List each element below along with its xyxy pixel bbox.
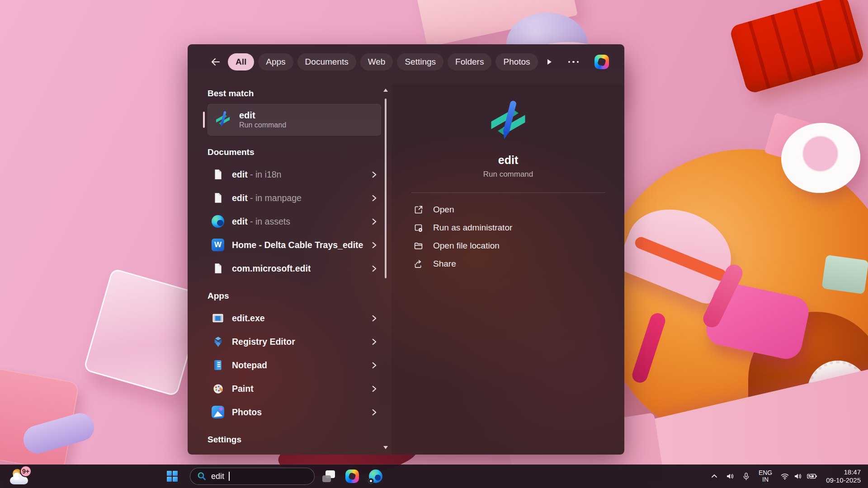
executable-icon xyxy=(211,311,225,325)
tab-web[interactable]: Web xyxy=(360,53,393,70)
search-flyout: All Apps Documents Web Settings Folders … xyxy=(188,44,624,455)
chevron-right-icon[interactable] xyxy=(371,218,377,225)
options-menu-button[interactable] xyxy=(568,61,579,63)
action-share[interactable]: Share xyxy=(411,255,605,273)
list-item[interactable]: Paint xyxy=(208,377,381,400)
result-primary: Paint xyxy=(232,384,254,394)
list-item[interactable]: edit.exe xyxy=(208,306,381,330)
chevron-right-icon[interactable] xyxy=(371,171,377,178)
result-secondary: - in manpage xyxy=(248,193,302,203)
list-item[interactable]: Edit power plan xyxy=(208,450,381,455)
speaker-icon xyxy=(726,472,735,481)
chevron-right-icon[interactable] xyxy=(371,338,377,345)
language-line1: ENG xyxy=(759,469,772,476)
decor-mint-cube xyxy=(821,255,868,294)
back-button[interactable] xyxy=(208,54,224,70)
list-item[interactable]: edit - in assets xyxy=(208,210,381,233)
scrollbar[interactable] xyxy=(383,89,388,449)
chevron-right-icon[interactable] xyxy=(371,242,377,249)
list-item[interactable]: com.microsoft.edit xyxy=(208,257,381,280)
list-item[interactable]: edit - in i18n xyxy=(208,163,381,186)
copilot-icon[interactable] xyxy=(594,55,609,69)
chevron-right-icon[interactable] xyxy=(371,315,377,322)
task-view-icon xyxy=(322,470,335,482)
list-item[interactable]: Notepad xyxy=(208,353,381,377)
tab-photos[interactable]: Photos xyxy=(495,53,538,70)
action-label: Open xyxy=(433,205,454,215)
copilot-icon xyxy=(345,469,359,483)
result-primary: com.microsoft.edit xyxy=(232,263,311,273)
action-open[interactable]: Open xyxy=(411,201,605,219)
section-apps: Apps xyxy=(208,291,381,301)
microphone-icon xyxy=(742,472,750,481)
widgets-button[interactable]: 9+ xyxy=(6,466,48,487)
list-item[interactable]: Registry Editor xyxy=(208,330,381,353)
volume-icon xyxy=(793,472,802,481)
start-button[interactable] xyxy=(162,466,183,487)
taskbar-search-input[interactable]: edit xyxy=(190,468,315,485)
more-filters-button[interactable] xyxy=(542,54,557,70)
chevron-right-icon[interactable] xyxy=(371,265,377,272)
search-filter-bar: All Apps Documents Web Settings Folders … xyxy=(188,44,624,80)
document-icon xyxy=(211,168,225,181)
tab-folders[interactable]: Folders xyxy=(448,53,491,70)
list-item[interactable]: W Home - Delta Cable Trays_edited xyxy=(208,233,381,257)
share-icon xyxy=(413,258,424,269)
chevron-up-icon xyxy=(710,472,718,480)
scrollbar-thumb[interactable] xyxy=(385,99,387,278)
search-icon xyxy=(197,471,207,481)
action-run-as-administrator[interactable]: Run as administrator xyxy=(411,219,605,237)
battery-charging-icon xyxy=(807,472,817,481)
best-match-type: Run command xyxy=(239,121,286,129)
hidden-icons-button[interactable] xyxy=(707,467,722,485)
edit-app-icon xyxy=(214,111,232,129)
app-volume-tray-button[interactable] xyxy=(722,467,738,485)
folder-icon xyxy=(413,240,424,251)
list-item[interactable]: Photos xyxy=(208,400,381,424)
arrow-left-icon xyxy=(210,56,221,67)
play-icon xyxy=(546,58,553,66)
action-label: Share xyxy=(433,259,456,269)
paint-icon xyxy=(211,382,225,395)
microphone-tray-button[interactable] xyxy=(739,467,754,485)
document-icon xyxy=(211,191,225,205)
tab-settings[interactable]: Settings xyxy=(397,53,443,70)
clock[interactable]: 18:47 09-10-2025 xyxy=(821,467,865,485)
wifi-icon xyxy=(780,472,789,481)
best-match-name: edit xyxy=(239,110,286,120)
windows-logo-icon xyxy=(167,471,178,482)
photos-icon xyxy=(211,405,225,419)
edge-taskbar-button[interactable] xyxy=(365,466,386,487)
action-label: Open file location xyxy=(433,241,500,251)
registry-editor-icon xyxy=(211,335,225,348)
chevron-right-icon[interactable] xyxy=(371,195,377,202)
scroll-up-icon[interactable] xyxy=(383,89,388,92)
chevron-right-icon[interactable] xyxy=(371,385,377,392)
best-match-item[interactable]: edit Run command xyxy=(208,104,381,136)
result-primary: Photos xyxy=(232,407,262,417)
tab-documents[interactable]: Documents xyxy=(297,53,356,70)
open-icon xyxy=(413,204,424,215)
decor-pillow xyxy=(729,0,865,94)
desktop: All Apps Documents Web Settings Folders … xyxy=(0,0,868,488)
scroll-down-icon[interactable] xyxy=(383,446,388,449)
tray-date: 09-10-2025 xyxy=(826,476,861,484)
action-open-file-location[interactable]: Open file location xyxy=(411,237,605,255)
copilot-taskbar-button[interactable] xyxy=(342,466,363,487)
section-documents: Documents xyxy=(208,147,381,157)
preview-title: edit xyxy=(498,154,518,167)
section-settings: Settings xyxy=(208,435,381,445)
section-best-match: Best match xyxy=(208,89,381,99)
chevron-right-icon[interactable] xyxy=(371,362,377,369)
chevron-right-icon[interactable] xyxy=(371,409,377,416)
tab-all[interactable]: All xyxy=(228,53,254,70)
list-item[interactable]: edit - in manpage xyxy=(208,186,381,210)
quick-settings-button[interactable] xyxy=(777,467,821,485)
results-list: Best match xyxy=(188,84,392,455)
text-caret xyxy=(229,472,230,481)
language-switcher[interactable]: ENG IN xyxy=(755,467,776,485)
notepad-icon xyxy=(211,358,225,372)
edge-icon xyxy=(369,469,382,483)
tab-apps[interactable]: Apps xyxy=(258,53,293,70)
task-view-button[interactable] xyxy=(318,466,339,487)
